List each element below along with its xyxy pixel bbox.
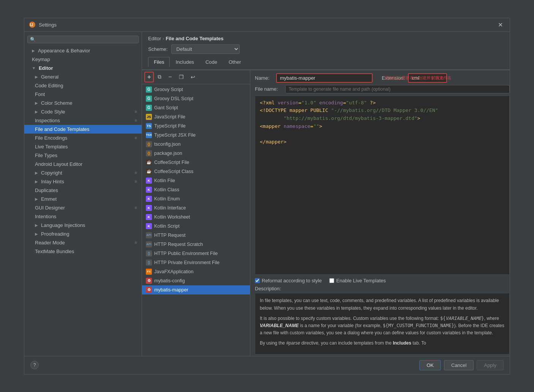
list-item[interactable]: {} HTTP Private Environment File bbox=[142, 258, 250, 267]
live-templates-checkbox-input[interactable] bbox=[329, 278, 334, 283]
sidebar-item-copyright[interactable]: ▶ Copyright ≡ bbox=[24, 168, 142, 177]
sidebar-item-duplicates[interactable]: Duplicates bbox=[24, 186, 142, 195]
filename-input[interactable] bbox=[285, 85, 510, 93]
code-editor[interactable]: <?xml version="1.0" encoding="utf-8" ?> … bbox=[255, 96, 510, 275]
sidebar-item-code-style[interactable]: ▶ Code Style ≡ bbox=[24, 107, 142, 116]
list-item[interactable]: K Kotlin Worksheet bbox=[142, 213, 250, 222]
sidebar-item-intentions[interactable]: Intentions bbox=[24, 212, 142, 221]
sidebar-badge: ≡ bbox=[135, 179, 137, 184]
copy-template-button[interactable]: ⧉ bbox=[155, 72, 164, 82]
file-item-label: HTTP Private Environment File bbox=[154, 260, 220, 265]
filename-row: File name: bbox=[255, 85, 510, 93]
reformat-checkbox-input[interactable] bbox=[255, 278, 260, 283]
sidebar-item-appearance[interactable]: ▶ Appearance & Behavior bbox=[24, 46, 142, 55]
description-label: Description: bbox=[255, 286, 510, 291]
tab-includes[interactable]: Includes bbox=[170, 57, 199, 67]
list-item[interactable]: TSX TypeScript JSX File bbox=[142, 131, 250, 140]
sidebar-item-inspections[interactable]: Inspections ≡ bbox=[24, 116, 142, 125]
file-item-label: package.json bbox=[154, 151, 182, 156]
list-item[interactable]: G Groovy DSL Script bbox=[142, 94, 250, 103]
list-item[interactable]: K Kotlin Class bbox=[142, 185, 250, 194]
sidebar-item-keymap[interactable]: Keymap bbox=[24, 55, 142, 64]
tab-other[interactable]: Other bbox=[223, 57, 247, 67]
list-item[interactable]: {} package.json bbox=[142, 149, 250, 158]
sidebar-item-editor[interactable]: ▼ Editor bbox=[24, 64, 142, 72]
tab-code[interactable]: Code bbox=[200, 57, 223, 67]
scheme-select[interactable]: Default bbox=[171, 44, 240, 54]
sidebar-item-gui-designer[interactable]: GUI Designer ≡ bbox=[24, 203, 142, 212]
list-item[interactable]: API HTTP Request bbox=[142, 231, 250, 240]
desc-para3: By using the #parse directive, you can i… bbox=[260, 340, 505, 347]
list-item[interactable]: ☕ CoffeeScript File bbox=[142, 158, 250, 167]
list-item[interactable]: K Kotlin Script bbox=[142, 222, 250, 231]
live-templates-checkbox[interactable]: Enable Live Templates bbox=[329, 278, 386, 283]
ext-hint: 扩展名 bbox=[431, 75, 446, 81]
list-item[interactable]: G Gant Script bbox=[142, 103, 250, 112]
search-box[interactable]: 🔍 bbox=[27, 36, 139, 43]
name-input[interactable] bbox=[277, 74, 372, 82]
list-item[interactable]: K Kotlin Enum bbox=[142, 194, 250, 203]
scheme-row: Scheme: Default bbox=[148, 44, 504, 54]
file-type-icon: {} bbox=[146, 141, 152, 147]
reformat-checkbox[interactable]: Reformat according to style bbox=[255, 278, 322, 283]
expand-arrow: ▶ bbox=[35, 171, 38, 175]
file-type-icon: K bbox=[146, 196, 152, 202]
sidebar-item-label: File and Code Templates bbox=[35, 126, 90, 132]
ext-input[interactable] bbox=[409, 74, 431, 82]
list-item[interactable]: {} tsconfig.json bbox=[142, 140, 250, 149]
list-item[interactable]: K Kotlin Interface bbox=[142, 203, 250, 213]
sidebar-item-code-editing[interactable]: Code Editing bbox=[24, 81, 142, 90]
cancel-button[interactable]: Cancel bbox=[444, 360, 474, 370]
sidebar-item-general[interactable]: ▶ General bbox=[24, 72, 142, 81]
expand-arrow: ▶ bbox=[35, 223, 38, 227]
list-item[interactable]: API HTTP Request Scratch bbox=[142, 240, 250, 249]
list-item[interactable]: JS JavaScript File bbox=[142, 112, 250, 121]
filename-label: File name: bbox=[255, 86, 282, 92]
search-input[interactable] bbox=[37, 37, 136, 42]
close-button[interactable]: ✕ bbox=[496, 20, 505, 29]
sidebar-item-color-scheme[interactable]: ▶ Color Scheme bbox=[24, 99, 142, 107]
list-item[interactable]: TS TypeScript File bbox=[142, 121, 250, 131]
sidebar-item-language-injections[interactable]: ▶ Language Injections bbox=[24, 221, 142, 230]
help-button[interactable]: ? bbox=[30, 361, 39, 369]
sidebar-item-badge: ≡ bbox=[135, 109, 137, 114]
list-item[interactable]: FX JavaFXApplication bbox=[142, 267, 250, 276]
sidebar-item-file-and-code-templates[interactable]: File and Code Templates bbox=[24, 125, 142, 134]
sidebar-item-label: Android Layout Editor bbox=[35, 161, 82, 167]
file-type-icon: G bbox=[146, 96, 152, 102]
sidebar-item-live-templates[interactable]: Live Templates bbox=[24, 142, 142, 151]
apply-button[interactable]: Apply bbox=[477, 360, 504, 370]
tab-files[interactable]: Files bbox=[148, 57, 170, 67]
duplicate-template-button[interactable]: ❐ bbox=[176, 72, 187, 82]
checkbox-row: Reformat according to style Enable Live … bbox=[255, 275, 510, 286]
sidebar-item-label: Color Scheme bbox=[41, 100, 72, 106]
remove-template-button[interactable]: − bbox=[165, 72, 175, 82]
sidebar-item-font[interactable]: Font bbox=[24, 90, 142, 99]
list-item-mybatis-mapper[interactable]: ⚙ mybatis-mapper bbox=[142, 285, 250, 294]
sidebar-item-textmate-bundles[interactable]: TextMate Bundles bbox=[24, 247, 142, 256]
list-item[interactable]: {} HTTP Public Environment File bbox=[142, 249, 250, 258]
sidebar-item-label: GUI Designer bbox=[35, 205, 65, 211]
dialog-footer: ? OK Cancel Apply bbox=[24, 356, 510, 374]
sidebar-item-proofreading[interactable]: ▶ Proofreading bbox=[24, 230, 142, 238]
reset-template-button[interactable]: ↩ bbox=[188, 72, 198, 82]
list-item[interactable]: ☕ CoffeeScript Class bbox=[142, 167, 250, 176]
sidebar-item-inlay-hints[interactable]: ▶ Inlay Hints ≡ bbox=[24, 177, 142, 186]
sidebar-item-emmet[interactable]: ▶ Emmet bbox=[24, 195, 142, 203]
ok-button[interactable]: OK bbox=[419, 360, 441, 370]
sidebar-item-file-encodings[interactable]: File Encodings ≡ bbox=[24, 134, 142, 142]
list-item[interactable]: ⚙ mybatis-config bbox=[142, 276, 250, 285]
sidebar-item-file-types[interactable]: File Types bbox=[24, 151, 142, 160]
sidebar-item-label: File Types bbox=[35, 153, 57, 158]
code-line: "http://mybatis.org/dtd/mybatis-3-mapper… bbox=[260, 115, 505, 123]
sidebar-item-label: General bbox=[41, 74, 58, 80]
add-template-button[interactable]: + bbox=[144, 72, 154, 82]
file-list-panel: + ⧉ − ❐ ↩ G Groovy Script G Groovy bbox=[142, 70, 250, 356]
file-type-icon: TS bbox=[146, 123, 152, 129]
sidebar-item-android-layout-editor[interactable]: Android Layout Editor bbox=[24, 160, 142, 168]
file-item-label: Kotlin Interface bbox=[154, 205, 186, 211]
file-type-icon: ☕ bbox=[146, 159, 152, 165]
sidebar-item-reader-mode[interactable]: Reader Mode ≡ bbox=[24, 238, 142, 247]
list-item[interactable]: G Groovy Script bbox=[142, 85, 250, 94]
list-item[interactable]: K Kotlin File bbox=[142, 176, 250, 185]
